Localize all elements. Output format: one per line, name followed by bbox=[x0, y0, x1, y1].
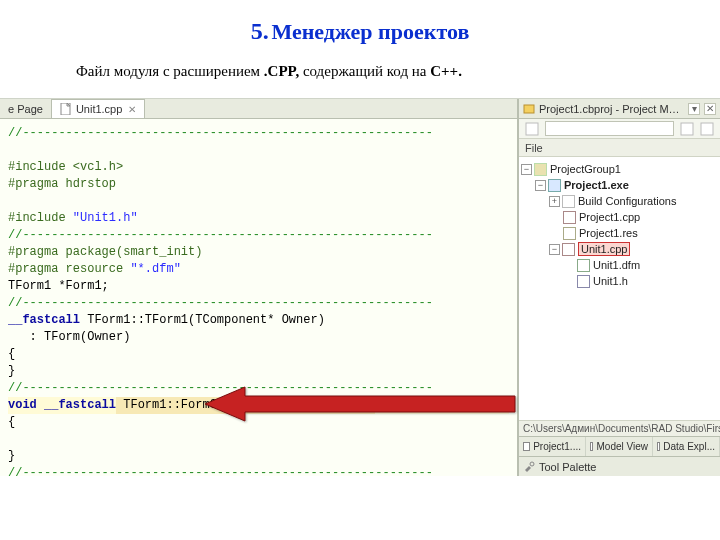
code-line: #pragma hdrstop bbox=[8, 177, 116, 191]
code-line: #pragma package(smart_init) bbox=[8, 245, 202, 259]
tree-node-build-cfg[interactable]: +Build Configurations bbox=[521, 193, 718, 209]
code-line: TForm1 *Form1; bbox=[8, 279, 109, 293]
res-file-icon bbox=[563, 227, 576, 240]
pm-titlebar: Project1.cbproj - Project Manager ▾ ✕ bbox=[519, 99, 720, 119]
toolbar-btn-icon[interactable] bbox=[680, 122, 694, 136]
h-file-icon bbox=[577, 275, 590, 288]
wrench-icon bbox=[523, 461, 535, 473]
code-line: //--------------------------------------… bbox=[8, 296, 433, 310]
slide-title-text: Менеджер проектов bbox=[271, 19, 469, 44]
tree-node-exe[interactable]: −Project1.exe bbox=[521, 177, 718, 193]
code-line: //--------------------------------------… bbox=[8, 228, 433, 242]
code-line: //--------------------------------------… bbox=[8, 466, 433, 476]
svg-rect-2 bbox=[526, 123, 538, 135]
tree-node-unit1-cpp[interactable]: −Unit1.cpp bbox=[521, 241, 718, 257]
tab-label: Unit1.cpp bbox=[76, 103, 122, 115]
tab-icon bbox=[657, 442, 660, 451]
pm-column-header[interactable]: File bbox=[519, 139, 720, 157]
pm-bottom-tabs: Project1.... Model View Data Expl... bbox=[519, 436, 720, 456]
tab-icon bbox=[590, 442, 593, 451]
close-icon[interactable]: ✕ bbox=[128, 104, 136, 115]
tree-node-unit1-dfm[interactable]: Unit1.dfm bbox=[521, 257, 718, 273]
pm-toolbar bbox=[519, 119, 720, 139]
collapse-icon[interactable]: − bbox=[549, 244, 560, 255]
tab-icon bbox=[523, 442, 530, 451]
editor-tabs: e Page Unit1.cpp ✕ bbox=[0, 99, 517, 119]
btab-data-explorer[interactable]: Data Expl... bbox=[653, 437, 720, 456]
subtitle: Файл модуля с расширением .CPP, содержащ… bbox=[0, 53, 720, 98]
cpp-file-icon bbox=[562, 243, 575, 256]
toolbar-btn-icon[interactable] bbox=[525, 122, 539, 136]
svg-rect-1 bbox=[524, 105, 534, 113]
code-editor-pane: e Page Unit1.cpp ✕ //-------------------… bbox=[0, 99, 518, 476]
collapse-icon[interactable]: − bbox=[521, 164, 532, 175]
code-line: void __fastcall bbox=[8, 398, 116, 412]
subtitle-part2: содержащий код на bbox=[299, 63, 430, 79]
project-icon bbox=[523, 103, 535, 115]
tree-node-project-cpp[interactable]: Project1.cpp bbox=[521, 209, 718, 225]
slide-title: 5. Менеджер проектов bbox=[0, 0, 720, 53]
code-line: #include bbox=[8, 211, 73, 225]
svg-rect-3 bbox=[681, 123, 693, 135]
code-line: { bbox=[8, 347, 15, 361]
btab-model-view[interactable]: Model View bbox=[586, 437, 653, 456]
code-area[interactable]: //--------------------------------------… bbox=[0, 119, 517, 476]
path-bar: C:\Users\Админ\Documents\RAD Studio\Firs… bbox=[519, 420, 720, 436]
tree-node-root[interactable]: −ProjectGroup1 bbox=[521, 161, 718, 177]
subtitle-ext: .CPP, bbox=[264, 63, 299, 79]
code-line: : TForm(Owner) bbox=[8, 330, 130, 344]
pin-icon[interactable]: ▾ bbox=[688, 103, 700, 115]
group-icon bbox=[534, 163, 547, 176]
cpp-file-icon bbox=[563, 211, 576, 224]
code-line: } bbox=[8, 449, 15, 463]
project-tree: −ProjectGroup1 −Project1.exe +Build Conf… bbox=[519, 157, 720, 420]
subtitle-lang: C++. bbox=[430, 63, 462, 79]
slide-number: 5. bbox=[251, 18, 269, 44]
code-line: { bbox=[8, 415, 15, 429]
tab-unit1-cpp[interactable]: Unit1.cpp ✕ bbox=[52, 99, 145, 118]
pm-title-text: Project1.cbproj - Project Manager bbox=[539, 103, 684, 115]
code-line: #pragma resource bbox=[8, 262, 130, 276]
code-line: #include bbox=[8, 160, 73, 174]
code-line: //--------------------------------------… bbox=[8, 126, 433, 140]
tree-node-project-res[interactable]: Project1.res bbox=[521, 225, 718, 241]
btab-project[interactable]: Project1.... bbox=[519, 437, 586, 456]
dfm-file-icon bbox=[577, 259, 590, 272]
pm-dropdown[interactable] bbox=[545, 121, 674, 136]
toolbar-btn-icon[interactable] bbox=[700, 122, 714, 136]
code-line: } bbox=[8, 364, 15, 378]
svg-point-5 bbox=[530, 462, 534, 466]
ide-screenshot: e Page Unit1.cpp ✕ //-------------------… bbox=[0, 98, 720, 476]
project-manager-panel: Project1.cbproj - Project Manager ▾ ✕ Fi… bbox=[518, 99, 720, 476]
subtitle-part1: Файл модуля с расширением bbox=[76, 63, 264, 79]
expand-icon[interactable]: + bbox=[549, 196, 560, 207]
tab-welcome[interactable]: e Page bbox=[0, 99, 52, 118]
code-line: //--------------------------------------… bbox=[8, 381, 433, 395]
tool-palette-bar[interactable]: Tool Palette bbox=[519, 456, 720, 476]
collapse-icon[interactable]: − bbox=[535, 180, 546, 191]
svg-rect-4 bbox=[701, 123, 713, 135]
close-icon[interactable]: ✕ bbox=[704, 103, 716, 115]
tree-node-unit1-h[interactable]: Unit1.h bbox=[521, 273, 718, 289]
config-icon bbox=[562, 195, 575, 208]
code-line: __fastcall bbox=[8, 313, 80, 327]
tab-label: e Page bbox=[8, 103, 43, 115]
exe-icon bbox=[548, 179, 561, 192]
cpp-file-icon bbox=[60, 103, 72, 115]
tool-palette-label: Tool Palette bbox=[539, 461, 596, 473]
